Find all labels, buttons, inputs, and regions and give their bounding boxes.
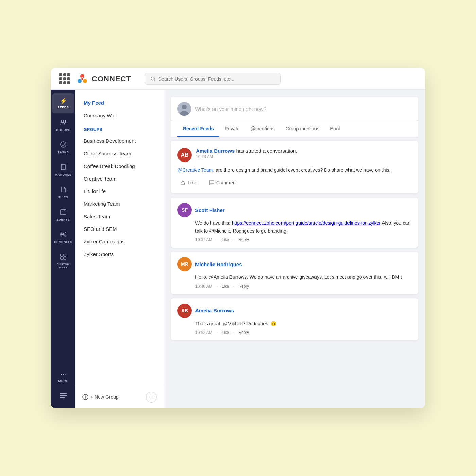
- nav-label-tasks: TASKS: [58, 151, 69, 154]
- comment-mention-amelia[interactable]: @Amelia Burrows: [209, 274, 247, 280]
- comment-mention-michelle-2[interactable]: @Michelle Rodrigues: [223, 321, 268, 326]
- search-icon: [151, 76, 156, 82]
- group-item-client-success[interactable]: Client Success Team: [75, 147, 164, 160]
- post-action-text: has started a conversation.: [236, 148, 297, 154]
- post-actions-1: Like Comment: [177, 178, 411, 187]
- post-time-1: 10:23 AM: [196, 154, 411, 159]
- comment-author-3[interactable]: Amelia Burrows: [195, 308, 234, 313]
- tasks-icon: [60, 141, 67, 150]
- comment-reply-2[interactable]: Reply: [238, 284, 249, 289]
- search-bar[interactable]: [145, 73, 281, 85]
- main-content: What's on your mind right now? Recent Fe…: [164, 90, 425, 408]
- post-avatar-amelia: AB: [177, 148, 192, 162]
- my-feed-link[interactable]: My Feed: [75, 97, 164, 109]
- comment-like-2[interactable]: Like: [222, 284, 229, 289]
- group-item-creative-team[interactable]: Creative Team: [75, 172, 164, 185]
- comment-card-1: SF Scott Fisher We do have this: https:/…: [171, 198, 418, 248]
- group-item-zylker-sports[interactable]: Zylker Sports: [75, 248, 164, 260]
- comment-time-1: 10:37 AM: [195, 237, 213, 242]
- sidebar-narrow: ⚡ FEEDS GROUPS: [51, 90, 75, 408]
- group-item-sales[interactable]: Sales Team: [75, 210, 164, 223]
- nav-item-tasks[interactable]: TASKS: [52, 137, 74, 158]
- post-text-1: , are there design and brand guidel even…: [213, 167, 390, 173]
- composer-avatar: [177, 102, 191, 116]
- sidebar-more-button[interactable]: ···: [146, 392, 157, 403]
- groups-section-label: GROUPS: [75, 122, 164, 135]
- comment-card-2: MR Michelle Rodrigues Hello, @Amelia Bur…: [171, 252, 418, 294]
- tab-bookmarks[interactable]: Bool: [325, 121, 345, 137]
- files-icon: [60, 186, 67, 194]
- comment-body-3: That's great, @Michelle Rodrigues. 🙂: [177, 320, 411, 327]
- events-icon: [60, 208, 67, 217]
- like-button-1[interactable]: Like: [177, 178, 199, 187]
- feed-tabs: Recent Feeds Private @mentions Group men…: [171, 121, 418, 137]
- comment-reply-3[interactable]: Reply: [238, 330, 249, 335]
- group-item-zylker-campaigns[interactable]: Zylker Campaigns: [75, 235, 164, 248]
- nav-item-feeds[interactable]: ⚡ FEEDS: [52, 93, 74, 113]
- more-icon: ···: [61, 371, 66, 378]
- post-author-line-1: Amelia Burrows has started a conversatio…: [196, 148, 411, 154]
- svg-point-9: [61, 142, 66, 147]
- comment-like-1[interactable]: Like: [222, 237, 229, 242]
- nav-item-groups[interactable]: GROUPS: [52, 115, 74, 136]
- sidebar-footer: + New Group ···: [75, 386, 164, 408]
- comment-mention-michelle[interactable]: @Michelle Rodrigues: [209, 228, 254, 234]
- nav-label-channels: CHANNELS: [54, 240, 72, 244]
- post-card-1: AB Amelia Burrows has started a conversa…: [171, 141, 418, 193]
- comment-button-1[interactable]: Comment: [206, 178, 240, 187]
- tab-private[interactable]: Private: [219, 121, 245, 137]
- nav-item-custom-apps[interactable]: CUSTOMAPPS: [52, 249, 74, 273]
- search-input[interactable]: [158, 76, 275, 82]
- tab-recent-feeds[interactable]: Recent Feeds: [177, 121, 219, 137]
- composer-placeholder[interactable]: What's on your mind right now?: [195, 106, 411, 112]
- new-group-button[interactable]: + New Group: [82, 394, 119, 400]
- svg-rect-23: [64, 257, 66, 259]
- comment-header-1: SF Scott Fisher: [177, 203, 411, 217]
- svg-point-31: [182, 105, 187, 109]
- nav-item-manuals[interactable]: MANUALS: [52, 159, 74, 181]
- manuals-icon: [60, 164, 67, 172]
- tab-mentions[interactable]: @mentions: [245, 121, 280, 137]
- nav-item-events[interactable]: EVENTS: [52, 204, 74, 225]
- comment-body-1: We do have this: https://connect.zoho.co…: [177, 219, 411, 235]
- group-item-coffee-break[interactable]: Coffee Break Doodling: [75, 160, 164, 172]
- channels-icon: [60, 231, 67, 239]
- feed-posts: AB Amelia Burrows has started a conversa…: [164, 137, 425, 408]
- nav-item-more[interactable]: ··· MORE: [52, 367, 74, 387]
- comment-link-1[interactable]: https://connect.zoho.com/port guide/arti…: [232, 220, 381, 226]
- nav-label-events: EVENTS: [56, 218, 70, 221]
- sidebar-menu-btn[interactable]: [55, 388, 71, 404]
- group-item-lit-for-life[interactable]: Lit. for life: [75, 185, 164, 198]
- comment-author-2[interactable]: Michelle Rodrigues: [195, 261, 242, 267]
- comment-reply-1[interactable]: Reply: [238, 237, 249, 242]
- comment-header-3: AB Amelia Burrows: [177, 304, 411, 318]
- app-title: CONNECT: [92, 74, 131, 83]
- top-bar: CONNECT: [51, 68, 425, 90]
- dot-5: ·: [217, 330, 218, 335]
- nav-label-more: MORE: [58, 379, 68, 383]
- post-meta-1: Amelia Burrows has started a conversatio…: [196, 148, 411, 159]
- nav-item-files[interactable]: FILES: [52, 182, 74, 203]
- group-item-business-dev[interactable]: Business Development: [75, 135, 164, 147]
- custom-apps-icon: [60, 253, 67, 262]
- company-wall-link[interactable]: Company Wall: [75, 109, 164, 122]
- main-layout: ⚡ FEEDS GROUPS: [51, 90, 425, 408]
- comment-label: Comment: [216, 180, 237, 185]
- tab-group-mentions[interactable]: Group mentions: [280, 121, 325, 137]
- comment-footer-1: 10:37 AM · Like · Reply: [177, 237, 411, 242]
- comment-author-1[interactable]: Scott Fisher: [195, 207, 225, 213]
- mention-creative-team[interactable]: @Creative Team: [177, 167, 213, 173]
- comment-icon: [209, 180, 214, 185]
- group-item-marketing[interactable]: Marketing Team: [75, 198, 164, 210]
- grid-icon[interactable]: [59, 73, 70, 84]
- comment-like-3[interactable]: Like: [222, 330, 229, 335]
- like-label: Like: [188, 180, 197, 185]
- nav-item-channels[interactable]: CHANNELS: [52, 227, 74, 248]
- group-item-seo-sem[interactable]: SEO and SEM: [75, 223, 164, 235]
- nav-label-manuals: MANUALS: [55, 173, 72, 176]
- post-author-name-1[interactable]: Amelia Burrows: [196, 148, 235, 154]
- nav-label-custom-apps: CUSTOMAPPS: [57, 263, 70, 269]
- comment-avatar-michelle: MR: [177, 257, 192, 271]
- comment-time-3: 10:52 AM: [195, 330, 213, 335]
- dot-1: ·: [217, 237, 218, 242]
